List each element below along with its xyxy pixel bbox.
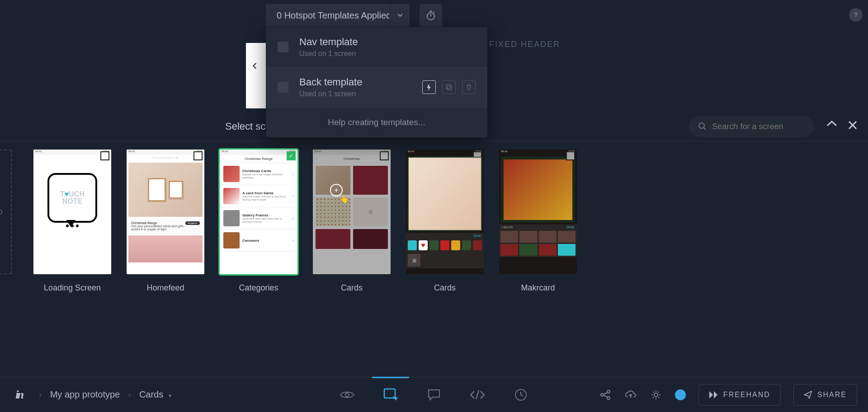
chevron-right-icon: ›	[128, 389, 131, 400]
screen-card-cards-1[interactable]: 09:41100% ‹Christmas ⊕ + 👆 Cards	[313, 150, 391, 305]
help-button[interactable]: ?	[849, 8, 863, 22]
screen-thumbnail[interactable]: 09:41100% T♥UCH NOTE	[33, 150, 111, 274]
hotspot-icon	[383, 388, 398, 402]
albums-icon: ▦	[408, 254, 420, 267]
screen-card-homefeed[interactable]: 09:41100% TOUCHNOTE Explore Christmas Ra…	[127, 150, 204, 305]
screen-card-cards-2[interactable]: 09:41100% Done ♥ ▦ Cards	[406, 150, 484, 305]
svg-rect-5	[448, 86, 452, 90]
hotspot-dropdown-caret[interactable]	[390, 4, 410, 27]
screens-strip: o 09:41100% T♥UCH NOTE Loading Screen 09…	[0, 141, 868, 305]
template-title: Nav template	[299, 36, 476, 48]
search-icon	[698, 122, 706, 131]
stopwatch-icon	[425, 10, 436, 21]
screen-thumbnail[interactable]: ✓ 09:41100% ‹Christmas Range Christmas C…	[220, 150, 297, 274]
upload-button[interactable]	[624, 389, 637, 401]
clock-icon	[514, 389, 527, 401]
close-icon	[848, 121, 857, 130]
screen-card-categories[interactable]: ✓ 09:41100% ‹Christmas Range Christmas C…	[220, 150, 297, 305]
screen-thumbnail[interactable]: 09:41100% LayoutsDone	[499, 150, 577, 274]
collapse-panel-button[interactable]	[826, 120, 839, 133]
screen-thumbnail[interactable]: 09:41100% Done ♥ ▦	[406, 150, 484, 274]
breadcrumb: › My app prototype › Cards ▼	[39, 389, 173, 400]
search-screen-field[interactable]	[689, 116, 814, 137]
eye-icon	[340, 390, 355, 400]
template-apply-button[interactable]	[422, 80, 436, 94]
presence-indicator[interactable]	[675, 389, 686, 400]
screen-label: Categories	[239, 283, 278, 293]
chevron-right-icon: ›	[39, 389, 42, 400]
select-corner[interactable]	[193, 151, 203, 160]
screen-thumbnail[interactable]: 09:41100% TOUCHNOTE Explore Christmas Ra…	[127, 150, 204, 274]
copy-icon	[445, 84, 453, 91]
screen-label: Cards	[341, 283, 363, 293]
template-item-nav[interactable]: Nav template Used on 1 screen	[266, 27, 487, 67]
inspect-mode-button[interactable]	[468, 377, 487, 412]
template-title: Back template	[299, 76, 422, 88]
screen-card-makrcard[interactable]: 09:41100% LayoutsDone Makrcard	[499, 150, 577, 305]
hotspot-templates-dropdown[interactable]: 0 Hotspot Templates Applied	[266, 4, 410, 27]
svg-point-13	[607, 397, 610, 399]
settings-button[interactable]	[650, 389, 662, 401]
caret-down-icon	[397, 14, 403, 17]
svg-line-7	[704, 128, 706, 130]
share-button[interactable]: SHARE	[793, 384, 857, 406]
svg-point-8	[345, 393, 349, 397]
code-icon	[470, 389, 485, 400]
search-input[interactable]	[712, 122, 805, 131]
cursor-icon: 👆	[339, 194, 349, 204]
template-subtitle: Used on 1 screen	[299, 50, 476, 58]
template-duplicate-button[interactable]	[442, 80, 456, 94]
template-checkbox[interactable]	[278, 42, 288, 52]
svg-point-14	[654, 393, 658, 397]
screen-thumbnail[interactable]: 09:41100% ‹Christmas ⊕ + 👆	[313, 150, 391, 274]
hotspot-templates-label: 0 Hotspot Templates Applied	[277, 10, 391, 21]
help-icon: ?	[854, 11, 858, 19]
trash-icon	[466, 84, 472, 91]
screen-label: Homefeed	[146, 283, 184, 293]
breadcrumb-screen[interactable]: Cards ▼	[139, 389, 173, 400]
comment-mode-button[interactable]	[425, 377, 443, 412]
screen-label: Makrcard	[521, 283, 555, 293]
svg-rect-4	[446, 84, 450, 89]
fixed-header-label: FIXED HEADER	[489, 40, 560, 49]
template-item-back[interactable]: Back template Used on 1 screen	[266, 67, 487, 108]
screen-label: Loading Screen	[44, 283, 101, 293]
build-mode-button[interactable]	[381, 377, 400, 412]
invision-logo[interactable]: in	[11, 387, 27, 403]
svg-point-12	[607, 390, 610, 393]
send-icon	[804, 391, 812, 399]
breadcrumb-project[interactable]: My app prototype	[50, 389, 120, 400]
template-subtitle: Used on 1 screen	[299, 90, 422, 98]
template-delete-button[interactable]	[462, 80, 476, 94]
caret-down-icon: ▼	[168, 393, 173, 398]
template-checkbox[interactable]	[278, 82, 288, 93]
freehand-button[interactable]: FREEHAND	[698, 384, 781, 406]
timer-button[interactable]	[420, 4, 442, 27]
history-mode-button[interactable]	[511, 377, 530, 412]
svg-line-3	[434, 12, 434, 13]
select-corner[interactable]	[566, 151, 575, 160]
svg-point-6	[699, 123, 704, 128]
bottom-toolbar: in › My app prototype › Cards ▼	[0, 377, 868, 412]
template-dropdown-panel: Nav template Used on 1 screen Back templ…	[266, 27, 487, 137]
gear-icon	[651, 389, 661, 400]
select-corner[interactable]	[100, 151, 109, 160]
share-link-button[interactable]	[599, 389, 612, 401]
bolt-icon	[426, 84, 432, 91]
help-creating-templates-link[interactable]: Help creating templates...	[266, 108, 487, 137]
close-panel-button[interactable]	[848, 121, 860, 132]
preview-mode-button[interactable]	[338, 377, 357, 412]
screen-card-loading[interactable]: 09:41100% T♥UCH NOTE Loading Screen	[33, 150, 111, 305]
comment-icon	[427, 389, 441, 401]
screen-label: Cards	[434, 283, 456, 293]
cloud-upload-icon	[625, 390, 637, 400]
touchnote-logo: T♥UCH NOTE	[47, 173, 97, 223]
fast-forward-icon	[709, 391, 718, 399]
chevron-up-icon	[826, 120, 837, 127]
svg-point-11	[601, 393, 604, 396]
share-nodes-icon	[600, 389, 611, 400]
